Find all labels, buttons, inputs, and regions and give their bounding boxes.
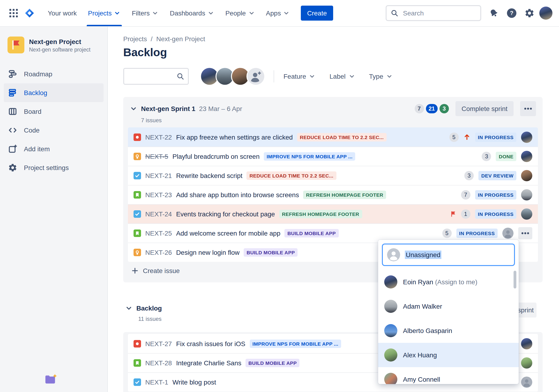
- chevron-down-icon: [348, 73, 355, 80]
- notifications-icon[interactable]: [486, 5, 502, 21]
- global-search-input[interactable]: [402, 9, 476, 17]
- assignee-avatar[interactable]: [521, 357, 532, 369]
- issue-row-next-23[interactable]: NEXT-23Add share app button into browse …: [128, 185, 538, 204]
- epic-tag[interactable]: REFRESH HOMEPAGE FOOTER: [279, 210, 362, 218]
- status-badge[interactable]: IN PROGRESS: [457, 228, 498, 238]
- jira-logo-icon[interactable]: [22, 5, 37, 21]
- chevron-down-icon[interactable]: [130, 105, 137, 112]
- sidebar-item-project-settings[interactable]: Project settings: [4, 158, 103, 177]
- story-points[interactable]: 5: [449, 132, 459, 142]
- sidebar-item-board[interactable]: Board: [4, 102, 103, 121]
- backlog-search-input[interactable]: [128, 72, 177, 81]
- issue-row-next-22[interactable]: NEXT-22Fix app freeze when settings are …: [128, 128, 538, 146]
- assignee-avatar[interactable]: [384, 373, 397, 384]
- story-points[interactable]: 1: [461, 209, 470, 219]
- nav-item-people[interactable]: People: [220, 0, 260, 26]
- epic-tag[interactable]: REFRESH HOMEPAGE FOOTER: [303, 191, 386, 199]
- epic-tag[interactable]: IMPROVE NPS FOR MOBILE APP ...: [264, 152, 355, 161]
- epic-tag[interactable]: REDUCE LOAD TIME TO 2.2 SEC...: [247, 171, 336, 180]
- chevron-down-icon[interactable]: [125, 304, 133, 312]
- epic-tag[interactable]: IMPROVE NPS FOR MOBILE APP ...: [250, 339, 341, 348]
- nav-item-apps[interactable]: Apps: [260, 0, 295, 26]
- assignee-input-value[interactable]: Unassigned: [405, 251, 441, 259]
- assignee-option-alex-huang[interactable]: Alex Huang: [378, 343, 519, 367]
- nav-item-dashboards[interactable]: Dashboards: [164, 0, 220, 26]
- breadcrumb-project-name[interactable]: Next-gen Project: [156, 35, 205, 43]
- epic-tag[interactable]: BUILD MOBILE APP: [245, 359, 299, 367]
- issue-row-next-21[interactable]: NEXT-21Rewrite backend scriptREDUCE LOAD…: [128, 166, 538, 185]
- sidebar-item-label: Code: [24, 127, 40, 134]
- issue-summary: Design new login flow: [176, 249, 240, 256]
- assignee-avatar[interactable]: [521, 189, 532, 201]
- folder-illustration-icon: [44, 373, 58, 388]
- sidebar-item-backlog[interactable]: Backlog: [4, 83, 103, 102]
- sprint-name: Next-gen Sprint 1: [141, 105, 196, 112]
- epic-tag[interactable]: BUILD MOBILE APP: [244, 248, 298, 257]
- sprint-badge-blue: 21: [426, 104, 438, 113]
- create-button[interactable]: Create: [301, 6, 333, 21]
- filter-dropdown-type[interactable]: Type: [369, 73, 393, 80]
- assignee-avatar[interactable]: [384, 300, 397, 313]
- story-points[interactable]: 3: [464, 171, 474, 180]
- assignee-avatar[interactable]: [521, 151, 532, 162]
- sprint-more-button[interactable]: [520, 101, 536, 116]
- nav-item-your-work[interactable]: Your work: [42, 0, 83, 26]
- filter-dropdown-label[interactable]: Label: [330, 73, 355, 80]
- sprint-status-badges: 7213: [414, 104, 449, 113]
- unassigned-avatar: [502, 228, 513, 239]
- sidebar-item-code[interactable]: Code: [4, 121, 103, 140]
- sidebar-item-add-item[interactable]: Add item: [4, 140, 103, 158]
- settings-gear-icon[interactable]: [522, 5, 537, 21]
- status-badge[interactable]: IN PROGRESS: [475, 209, 516, 219]
- assignee-avatar[interactable]: [384, 348, 397, 362]
- assignee-option-alberto-gasparin[interactable]: Alberto Gasparin: [378, 319, 519, 343]
- complete-sprint-button[interactable]: Complete sprint: [456, 101, 513, 116]
- story-points[interactable]: 5: [442, 228, 452, 238]
- story-points[interactable]: 3: [482, 152, 491, 161]
- assignee-option-amy-connell[interactable]: Amy Connell: [378, 367, 519, 384]
- dropdown-scrollbar[interactable]: [513, 271, 516, 289]
- assignee-option-eoin-ryan[interactable]: Eoin Ryan (Assign to me): [378, 270, 519, 294]
- filter-dropdown-feature[interactable]: Feature: [283, 73, 316, 80]
- global-search[interactable]: [386, 5, 481, 21]
- issue-summary: Fix crash issues for iOS: [176, 340, 245, 347]
- issue-key: NEXT-21: [145, 172, 172, 179]
- breadcrumb-projects[interactable]: Projects: [123, 35, 147, 43]
- epic-tag[interactable]: BUILD MOBILE APP: [285, 229, 338, 237]
- search-icon: [177, 73, 184, 80]
- assignee-avatar[interactable]: [521, 131, 532, 143]
- app-switcher-icon[interactable]: [6, 5, 22, 21]
- issue-row-next-5[interactable]: NEXT-5Playful breadcrumb on screenIMPROV…: [128, 146, 538, 166]
- status-badge[interactable]: DONE: [496, 152, 516, 161]
- assignee-avatar[interactable]: [521, 338, 532, 349]
- issue-row-next-24[interactable]: NEXT-24Events tracking for checkout page…: [128, 204, 538, 223]
- project-header[interactable]: Next-gen Project Next-gen software proje…: [0, 36, 107, 53]
- sprint-badge-gray: 7: [414, 104, 424, 113]
- status-badge[interactable]: DEV REVIEW: [478, 171, 516, 180]
- search-icon: [391, 9, 398, 17]
- issue-key: NEXT-24: [145, 210, 172, 218]
- assignee-avatar[interactable]: [384, 324, 397, 337]
- user-avatar[interactable]: [539, 7, 552, 20]
- status-badge[interactable]: IN PROGRESS: [475, 190, 516, 200]
- issue-key: NEXT-23: [145, 191, 172, 199]
- nav-item-projects[interactable]: Projects: [83, 0, 126, 26]
- add-member-button[interactable]: [246, 67, 265, 86]
- help-icon[interactable]: ?: [504, 5, 520, 21]
- assignee-option-adam-walker[interactable]: Adam Walker: [378, 294, 519, 319]
- issue-type-bug-icon: [133, 340, 141, 347]
- sidebar-item-roadmap[interactable]: Roadmap: [4, 65, 103, 83]
- filter-dropdown-label: Type: [369, 73, 383, 80]
- assignee-avatar[interactable]: [521, 209, 532, 220]
- status-badge[interactable]: IN PROGRESS: [475, 132, 516, 142]
- backlog-search[interactable]: [123, 68, 189, 85]
- priority-highest-icon: [463, 134, 470, 140]
- assignee-avatar[interactable]: [384, 275, 397, 289]
- assignee-avatar[interactable]: [521, 170, 532, 181]
- story-points[interactable]: 7: [461, 190, 470, 200]
- nav-item-filters[interactable]: Filters: [126, 0, 164, 26]
- issue-more-button[interactable]: [518, 227, 532, 239]
- assignee-search-field[interactable]: Unassigned: [382, 244, 515, 266]
- epic-tag[interactable]: REDUCE LOAD TIME TO 2.2 SEC...: [297, 133, 387, 141]
- issue-summary: Write blog post: [172, 378, 216, 386]
